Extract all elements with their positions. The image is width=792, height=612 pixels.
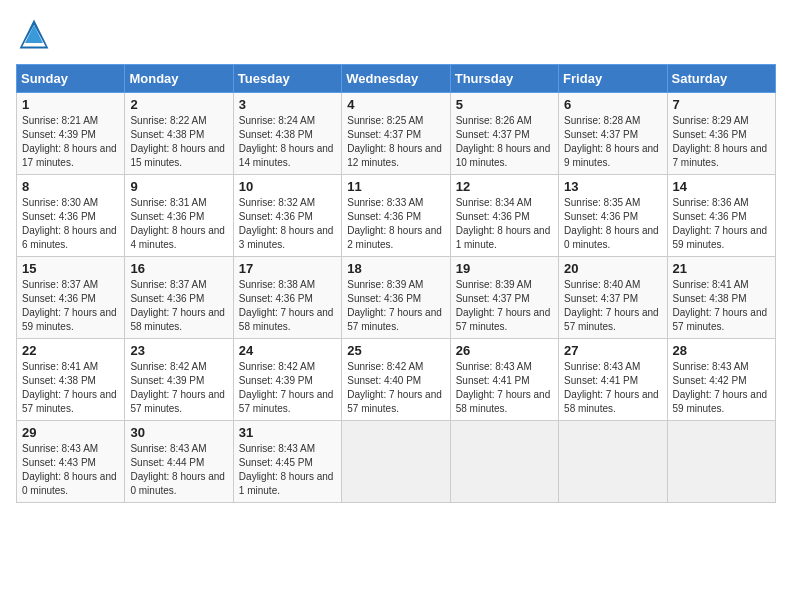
- calendar-table: SundayMondayTuesdayWednesdayThursdayFrid…: [16, 64, 776, 503]
- calendar-cell: 20Sunrise: 8:40 AMSunset: 4:37 PMDayligh…: [559, 257, 667, 339]
- day-number: 14: [673, 179, 770, 194]
- day-info: Sunrise: 8:25 AMSunset: 4:37 PMDaylight:…: [347, 115, 442, 168]
- day-info: Sunrise: 8:31 AMSunset: 4:36 PMDaylight:…: [130, 197, 225, 250]
- calendar-cell: 25Sunrise: 8:42 AMSunset: 4:40 PMDayligh…: [342, 339, 450, 421]
- calendar-cell: 11Sunrise: 8:33 AMSunset: 4:36 PMDayligh…: [342, 175, 450, 257]
- day-number: 7: [673, 97, 770, 112]
- day-number: 2: [130, 97, 227, 112]
- logo: [16, 16, 56, 52]
- day-number: 29: [22, 425, 119, 440]
- day-header-sunday: Sunday: [17, 65, 125, 93]
- calendar-cell: 2Sunrise: 8:22 AMSunset: 4:38 PMDaylight…: [125, 93, 233, 175]
- day-info: Sunrise: 8:42 AMSunset: 4:40 PMDaylight:…: [347, 361, 442, 414]
- calendar-cell: 8Sunrise: 8:30 AMSunset: 4:36 PMDaylight…: [17, 175, 125, 257]
- day-info: Sunrise: 8:43 AMSunset: 4:41 PMDaylight:…: [456, 361, 551, 414]
- header-row: SundayMondayTuesdayWednesdayThursdayFrid…: [17, 65, 776, 93]
- day-number: 11: [347, 179, 444, 194]
- calendar-cell: 3Sunrise: 8:24 AMSunset: 4:38 PMDaylight…: [233, 93, 341, 175]
- day-header-saturday: Saturday: [667, 65, 775, 93]
- calendar-cell: 19Sunrise: 8:39 AMSunset: 4:37 PMDayligh…: [450, 257, 558, 339]
- day-number: 23: [130, 343, 227, 358]
- day-number: 24: [239, 343, 336, 358]
- day-info: Sunrise: 8:32 AMSunset: 4:36 PMDaylight:…: [239, 197, 334, 250]
- day-header-monday: Monday: [125, 65, 233, 93]
- calendar-week-1: 1Sunrise: 8:21 AMSunset: 4:39 PMDaylight…: [17, 93, 776, 175]
- calendar-cell: 18Sunrise: 8:39 AMSunset: 4:36 PMDayligh…: [342, 257, 450, 339]
- day-info: Sunrise: 8:43 AMSunset: 4:44 PMDaylight:…: [130, 443, 225, 496]
- day-number: 22: [22, 343, 119, 358]
- day-number: 25: [347, 343, 444, 358]
- day-number: 4: [347, 97, 444, 112]
- day-info: Sunrise: 8:34 AMSunset: 4:36 PMDaylight:…: [456, 197, 551, 250]
- day-number: 21: [673, 261, 770, 276]
- day-number: 26: [456, 343, 553, 358]
- day-header-thursday: Thursday: [450, 65, 558, 93]
- day-info: Sunrise: 8:22 AMSunset: 4:38 PMDaylight:…: [130, 115, 225, 168]
- day-info: Sunrise: 8:41 AMSunset: 4:38 PMDaylight:…: [673, 279, 768, 332]
- day-info: Sunrise: 8:42 AMSunset: 4:39 PMDaylight:…: [239, 361, 334, 414]
- day-number: 3: [239, 97, 336, 112]
- day-number: 10: [239, 179, 336, 194]
- day-info: Sunrise: 8:43 AMSunset: 4:45 PMDaylight:…: [239, 443, 334, 496]
- calendar-cell: 24Sunrise: 8:42 AMSunset: 4:39 PMDayligh…: [233, 339, 341, 421]
- calendar-cell: 26Sunrise: 8:43 AMSunset: 4:41 PMDayligh…: [450, 339, 558, 421]
- day-info: Sunrise: 8:38 AMSunset: 4:36 PMDaylight:…: [239, 279, 334, 332]
- day-info: Sunrise: 8:40 AMSunset: 4:37 PMDaylight:…: [564, 279, 659, 332]
- day-info: Sunrise: 8:24 AMSunset: 4:38 PMDaylight:…: [239, 115, 334, 168]
- day-header-wednesday: Wednesday: [342, 65, 450, 93]
- calendar-cell: 14Sunrise: 8:36 AMSunset: 4:36 PMDayligh…: [667, 175, 775, 257]
- day-info: Sunrise: 8:43 AMSunset: 4:43 PMDaylight:…: [22, 443, 117, 496]
- calendar-week-3: 15Sunrise: 8:37 AMSunset: 4:36 PMDayligh…: [17, 257, 776, 339]
- calendar-cell: [342, 421, 450, 503]
- calendar-cell: [450, 421, 558, 503]
- calendar-cell: 30Sunrise: 8:43 AMSunset: 4:44 PMDayligh…: [125, 421, 233, 503]
- calendar-cell: 27Sunrise: 8:43 AMSunset: 4:41 PMDayligh…: [559, 339, 667, 421]
- calendar-cell: 17Sunrise: 8:38 AMSunset: 4:36 PMDayligh…: [233, 257, 341, 339]
- day-info: Sunrise: 8:37 AMSunset: 4:36 PMDaylight:…: [22, 279, 117, 332]
- day-info: Sunrise: 8:35 AMSunset: 4:36 PMDaylight:…: [564, 197, 659, 250]
- day-info: Sunrise: 8:28 AMSunset: 4:37 PMDaylight:…: [564, 115, 659, 168]
- day-info: Sunrise: 8:21 AMSunset: 4:39 PMDaylight:…: [22, 115, 117, 168]
- day-number: 18: [347, 261, 444, 276]
- calendar-cell: 10Sunrise: 8:32 AMSunset: 4:36 PMDayligh…: [233, 175, 341, 257]
- day-info: Sunrise: 8:42 AMSunset: 4:39 PMDaylight:…: [130, 361, 225, 414]
- day-header-tuesday: Tuesday: [233, 65, 341, 93]
- day-info: Sunrise: 8:39 AMSunset: 4:36 PMDaylight:…: [347, 279, 442, 332]
- calendar-cell: 9Sunrise: 8:31 AMSunset: 4:36 PMDaylight…: [125, 175, 233, 257]
- day-number: 20: [564, 261, 661, 276]
- day-info: Sunrise: 8:39 AMSunset: 4:37 PMDaylight:…: [456, 279, 551, 332]
- page-header: [16, 16, 776, 52]
- day-info: Sunrise: 8:37 AMSunset: 4:36 PMDaylight:…: [130, 279, 225, 332]
- day-number: 30: [130, 425, 227, 440]
- day-number: 15: [22, 261, 119, 276]
- day-number: 6: [564, 97, 661, 112]
- calendar-week-2: 8Sunrise: 8:30 AMSunset: 4:36 PMDaylight…: [17, 175, 776, 257]
- calendar-cell: [667, 421, 775, 503]
- calendar-cell: 16Sunrise: 8:37 AMSunset: 4:36 PMDayligh…: [125, 257, 233, 339]
- calendar-cell: 31Sunrise: 8:43 AMSunset: 4:45 PMDayligh…: [233, 421, 341, 503]
- calendar-cell: 6Sunrise: 8:28 AMSunset: 4:37 PMDaylight…: [559, 93, 667, 175]
- calendar-cell: 23Sunrise: 8:42 AMSunset: 4:39 PMDayligh…: [125, 339, 233, 421]
- day-number: 17: [239, 261, 336, 276]
- day-number: 19: [456, 261, 553, 276]
- logo-icon: [16, 16, 52, 52]
- calendar-cell: 13Sunrise: 8:35 AMSunset: 4:36 PMDayligh…: [559, 175, 667, 257]
- day-number: 16: [130, 261, 227, 276]
- day-number: 27: [564, 343, 661, 358]
- day-info: Sunrise: 8:33 AMSunset: 4:36 PMDaylight:…: [347, 197, 442, 250]
- day-number: 1: [22, 97, 119, 112]
- day-info: Sunrise: 8:36 AMSunset: 4:36 PMDaylight:…: [673, 197, 768, 250]
- calendar-cell: [559, 421, 667, 503]
- day-number: 13: [564, 179, 661, 194]
- calendar-cell: 4Sunrise: 8:25 AMSunset: 4:37 PMDaylight…: [342, 93, 450, 175]
- calendar-cell: 15Sunrise: 8:37 AMSunset: 4:36 PMDayligh…: [17, 257, 125, 339]
- day-info: Sunrise: 8:29 AMSunset: 4:36 PMDaylight:…: [673, 115, 768, 168]
- day-info: Sunrise: 8:26 AMSunset: 4:37 PMDaylight:…: [456, 115, 551, 168]
- calendar-cell: 28Sunrise: 8:43 AMSunset: 4:42 PMDayligh…: [667, 339, 775, 421]
- calendar-cell: 12Sunrise: 8:34 AMSunset: 4:36 PMDayligh…: [450, 175, 558, 257]
- day-number: 8: [22, 179, 119, 194]
- day-info: Sunrise: 8:41 AMSunset: 4:38 PMDaylight:…: [22, 361, 117, 414]
- calendar-cell: 22Sunrise: 8:41 AMSunset: 4:38 PMDayligh…: [17, 339, 125, 421]
- day-number: 31: [239, 425, 336, 440]
- calendar-cell: 29Sunrise: 8:43 AMSunset: 4:43 PMDayligh…: [17, 421, 125, 503]
